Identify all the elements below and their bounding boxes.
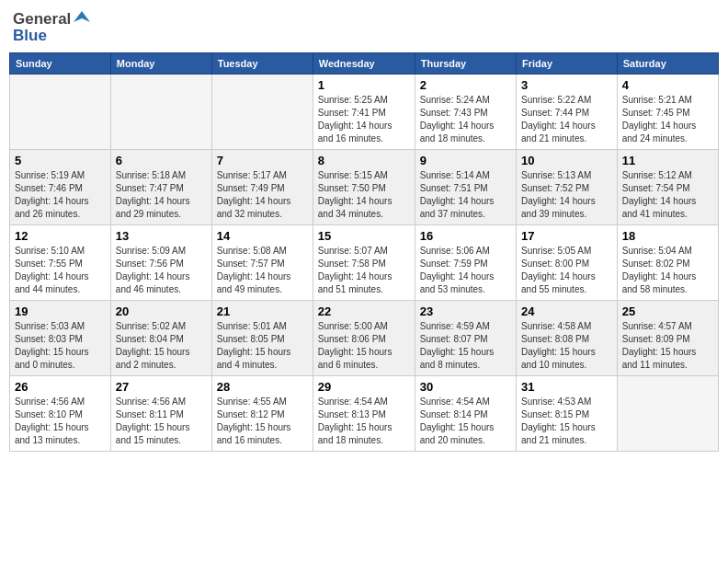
- calendar-cell: [110, 75, 211, 150]
- day-info: Sunrise: 5:10 AM Sunset: 7:55 PM Dayligh…: [15, 245, 106, 296]
- calendar-cell: 6Sunrise: 5:18 AM Sunset: 7:47 PM Daylig…: [110, 150, 211, 225]
- calendar-header-row: SundayMondayTuesdayWednesdayThursdayFrid…: [10, 53, 719, 75]
- day-info: Sunrise: 5:02 AM Sunset: 8:04 PM Dayligh…: [116, 320, 207, 372]
- calendar-cell: 1Sunrise: 5:25 AM Sunset: 7:41 PM Daylig…: [313, 75, 415, 150]
- day-number: 13: [116, 229, 207, 243]
- calendar-cell: 3Sunrise: 5:22 AM Sunset: 7:44 PM Daylig…: [517, 75, 618, 150]
- day-number: 18: [622, 229, 713, 243]
- day-header-wednesday: Wednesday: [313, 53, 415, 75]
- calendar-cell: 11Sunrise: 5:12 AM Sunset: 7:54 PM Dayli…: [617, 150, 718, 225]
- day-number: 22: [318, 304, 410, 318]
- day-header-friday: Friday: [517, 53, 618, 75]
- calendar-cell: 2Sunrise: 5:24 AM Sunset: 7:43 PM Daylig…: [415, 75, 516, 150]
- day-number: 25: [622, 304, 713, 318]
- day-number: 21: [217, 304, 308, 318]
- day-header-sunday: Sunday: [10, 53, 111, 75]
- day-info: Sunrise: 5:25 AM Sunset: 7:41 PM Dayligh…: [318, 94, 410, 145]
- calendar-cell: 19Sunrise: 5:03 AM Sunset: 8:03 PM Dayli…: [10, 301, 111, 376]
- calendar-cell: 5Sunrise: 5:19 AM Sunset: 7:46 PM Daylig…: [10, 150, 111, 225]
- day-info: Sunrise: 5:18 AM Sunset: 7:47 PM Dayligh…: [116, 169, 207, 221]
- calendar-week-row: 5Sunrise: 5:19 AM Sunset: 7:46 PM Daylig…: [10, 150, 719, 225]
- day-number: 31: [521, 380, 612, 394]
- day-number: 7: [217, 154, 308, 167]
- day-info: Sunrise: 5:12 AM Sunset: 7:54 PM Dayligh…: [622, 169, 713, 221]
- calendar-cell: 15Sunrise: 5:07 AM Sunset: 7:58 PM Dayli…: [313, 225, 415, 301]
- day-number: 1: [318, 78, 410, 92]
- calendar-week-row: 1Sunrise: 5:25 AM Sunset: 7:41 PM Daylig…: [10, 75, 719, 150]
- day-number: 2: [420, 78, 511, 92]
- day-number: 23: [420, 304, 511, 318]
- day-number: 10: [521, 154, 612, 167]
- day-info: Sunrise: 5:24 AM Sunset: 7:43 PM Dayligh…: [420, 94, 511, 145]
- calendar-week-row: 19Sunrise: 5:03 AM Sunset: 8:03 PM Dayli…: [10, 301, 719, 376]
- day-info: Sunrise: 5:05 AM Sunset: 8:00 PM Dayligh…: [521, 245, 612, 296]
- day-info: Sunrise: 4:58 AM Sunset: 8:08 PM Dayligh…: [521, 320, 612, 372]
- day-info: Sunrise: 5:03 AM Sunset: 8:03 PM Dayligh…: [15, 320, 106, 372]
- calendar-week-row: 26Sunrise: 4:56 AM Sunset: 8:10 PM Dayli…: [10, 376, 719, 452]
- day-info: Sunrise: 5:09 AM Sunset: 7:56 PM Dayligh…: [116, 245, 207, 296]
- day-number: 5: [15, 154, 106, 167]
- day-header-tuesday: Tuesday: [211, 53, 313, 75]
- day-info: Sunrise: 5:22 AM Sunset: 7:44 PM Dayligh…: [521, 94, 612, 145]
- day-info: Sunrise: 5:08 AM Sunset: 7:57 PM Dayligh…: [217, 245, 308, 296]
- calendar-cell: 24Sunrise: 4:58 AM Sunset: 8:08 PM Dayli…: [517, 301, 618, 376]
- day-number: 8: [318, 154, 410, 167]
- day-info: Sunrise: 5:19 AM Sunset: 7:46 PM Dayligh…: [15, 169, 106, 221]
- day-info: Sunrise: 5:06 AM Sunset: 7:59 PM Dayligh…: [420, 245, 511, 296]
- calendar-cell: 30Sunrise: 4:54 AM Sunset: 8:14 PM Dayli…: [415, 376, 516, 452]
- calendar-cell: 13Sunrise: 5:09 AM Sunset: 7:56 PM Dayli…: [110, 225, 211, 301]
- calendar-cell: 17Sunrise: 5:05 AM Sunset: 8:00 PM Dayli…: [517, 225, 618, 301]
- calendar-cell: 9Sunrise: 5:14 AM Sunset: 7:51 PM Daylig…: [415, 150, 516, 225]
- calendar-cell: 8Sunrise: 5:15 AM Sunset: 7:50 PM Daylig…: [313, 150, 415, 225]
- day-number: 6: [116, 154, 207, 167]
- calendar-cell: 26Sunrise: 4:56 AM Sunset: 8:10 PM Dayli…: [10, 376, 111, 452]
- calendar-cell: 29Sunrise: 4:54 AM Sunset: 8:13 PM Dayli…: [313, 376, 415, 452]
- day-info: Sunrise: 4:56 AM Sunset: 8:11 PM Dayligh…: [116, 396, 207, 447]
- calendar-cell: 22Sunrise: 5:00 AM Sunset: 8:06 PM Dayli…: [313, 301, 415, 376]
- calendar-cell: 14Sunrise: 5:08 AM Sunset: 7:57 PM Dayli…: [211, 225, 313, 301]
- day-info: Sunrise: 4:53 AM Sunset: 8:15 PM Dayligh…: [521, 396, 612, 447]
- day-number: 11: [622, 154, 713, 167]
- day-info: Sunrise: 5:15 AM Sunset: 7:50 PM Dayligh…: [318, 169, 410, 221]
- calendar-cell: 20Sunrise: 5:02 AM Sunset: 8:04 PM Dayli…: [110, 301, 211, 376]
- day-info: Sunrise: 5:17 AM Sunset: 7:49 PM Dayligh…: [217, 169, 308, 221]
- day-info: Sunrise: 4:54 AM Sunset: 8:14 PM Dayligh…: [420, 396, 511, 447]
- day-info: Sunrise: 5:07 AM Sunset: 7:58 PM Dayligh…: [318, 245, 410, 296]
- calendar-table: SundayMondayTuesdayWednesdayThursdayFrid…: [9, 52, 719, 452]
- day-number: 9: [420, 154, 511, 167]
- day-info: Sunrise: 5:21 AM Sunset: 7:45 PM Dayligh…: [622, 94, 713, 145]
- day-number: 16: [420, 229, 511, 243]
- calendar-cell: 28Sunrise: 4:55 AM Sunset: 8:12 PM Dayli…: [211, 376, 313, 452]
- header: General Blue: [9, 9, 719, 45]
- day-number: 17: [521, 229, 612, 243]
- day-info: Sunrise: 5:01 AM Sunset: 8:05 PM Dayligh…: [217, 320, 308, 372]
- calendar-cell: 23Sunrise: 4:59 AM Sunset: 8:07 PM Dayli…: [415, 301, 516, 376]
- calendar-cell: [211, 75, 313, 150]
- day-info: Sunrise: 4:56 AM Sunset: 8:10 PM Dayligh…: [15, 396, 106, 447]
- day-number: 24: [521, 304, 612, 318]
- day-number: 30: [420, 380, 511, 394]
- calendar-cell: 18Sunrise: 5:04 AM Sunset: 8:02 PM Dayli…: [617, 225, 718, 301]
- day-info: Sunrise: 4:54 AM Sunset: 8:13 PM Dayligh…: [318, 396, 410, 447]
- calendar-cell: 16Sunrise: 5:06 AM Sunset: 7:59 PM Dayli…: [415, 225, 516, 301]
- day-info: Sunrise: 4:55 AM Sunset: 8:12 PM Dayligh…: [217, 396, 308, 447]
- calendar-cell: 25Sunrise: 4:57 AM Sunset: 8:09 PM Dayli…: [617, 301, 718, 376]
- calendar-cell: [10, 75, 111, 150]
- calendar-week-row: 12Sunrise: 5:10 AM Sunset: 7:55 PM Dayli…: [10, 225, 719, 301]
- day-header-monday: Monday: [110, 53, 211, 75]
- logo-general: General: [13, 10, 71, 29]
- day-number: 12: [15, 229, 106, 243]
- calendar-cell: [617, 376, 718, 452]
- day-header-thursday: Thursday: [415, 53, 516, 75]
- day-number: 28: [217, 380, 308, 394]
- day-number: 20: [116, 304, 207, 318]
- logo-blue: Blue: [13, 27, 47, 45]
- svg-marker-0: [74, 11, 90, 22]
- calendar-cell: 4Sunrise: 5:21 AM Sunset: 7:45 PM Daylig…: [617, 75, 718, 150]
- logo: General Blue: [13, 9, 90, 45]
- day-number: 26: [15, 380, 106, 394]
- day-info: Sunrise: 5:14 AM Sunset: 7:51 PM Dayligh…: [420, 169, 511, 221]
- day-number: 14: [217, 229, 308, 243]
- day-number: 19: [15, 304, 106, 318]
- calendar-cell: 31Sunrise: 4:53 AM Sunset: 8:15 PM Dayli…: [517, 376, 618, 452]
